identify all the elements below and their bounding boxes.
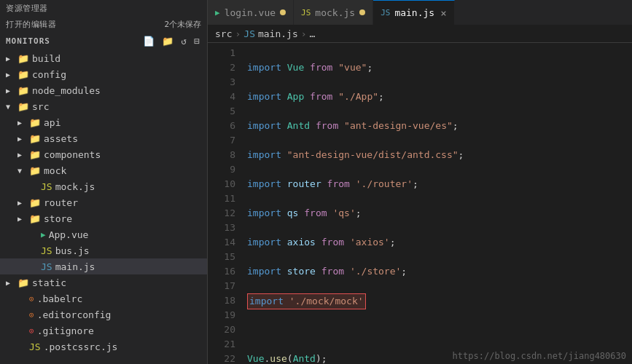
tab-dirty-dot xyxy=(359,9,365,15)
arrow-icon: ▶ xyxy=(17,119,29,127)
git-icon: ⊙ xyxy=(29,326,34,336)
arrow-icon: ▶ xyxy=(17,151,29,159)
line-numbers: 1234 5678 9101112 13141516 17181920 2122… xyxy=(208,43,241,364)
tree-item-postcssrc[interactable]: ▶ JS .postcssrc.js xyxy=(0,339,207,355)
arrow-icon: ▶ xyxy=(17,215,29,223)
tree-item-gitignore[interactable]: ▶ ⊙ .gitignore xyxy=(0,323,207,339)
js-blue-tab-icon: JS xyxy=(381,8,390,17)
tree-item-assets[interactable]: ▶ 📁 assets xyxy=(0,130,207,146)
breadcrumb-src: src xyxy=(215,28,232,39)
breadcrumb-sep: › xyxy=(235,28,241,39)
tab-label: main.js xyxy=(394,7,434,18)
breadcrumb-file: main.js xyxy=(258,28,298,39)
collapse-icon[interactable]: ⊟ xyxy=(192,35,201,47)
tree-item-main-js[interactable]: ▶ JS main.js xyxy=(0,258,207,274)
editor-content: 1234 5678 9101112 13141516 17181920 2122… xyxy=(208,43,632,364)
tree-label: assets xyxy=(44,133,78,144)
sidebar: 资源管理器 打开的编辑器 2个未保存 MONITORS 📄 📁 ↺ ⊟ ▶ 📁 … xyxy=(0,0,208,364)
folder-icon: 📁 xyxy=(17,101,29,112)
folder-icon: 📁 xyxy=(29,149,41,160)
tree-label: src xyxy=(32,101,49,112)
refresh-icon[interactable]: ↺ xyxy=(179,35,188,47)
folder-icon: 📁 xyxy=(29,165,41,176)
tree-label: .postcssrc.js xyxy=(44,341,118,352)
tree-label: store xyxy=(44,213,72,224)
breadcrumb: src › JS main.js › … xyxy=(208,25,632,43)
folder-icon: 📁 xyxy=(17,69,29,80)
tree-label: App.vue xyxy=(49,229,89,240)
editor-area: ▶ login.vue JS mock.js JS main.js × src … xyxy=(208,0,632,364)
sidebar-title: 资源管理器 xyxy=(0,0,207,17)
tree-item-babelrc[interactable]: ▶ ⊙ .babelrc xyxy=(0,290,207,306)
breadcrumb-sep2: › xyxy=(301,28,307,39)
tree-label: mock.js xyxy=(55,181,95,192)
tab-label: mock.js xyxy=(315,7,355,18)
js-tab-icon: JS xyxy=(301,8,311,17)
tree-item-static[interactable]: ▶ 📁 static xyxy=(0,274,207,290)
monitors-icons: 📄 📁 ↺ ⊟ xyxy=(141,35,201,47)
tree-item-src[interactable]: ▼ 📁 src xyxy=(0,98,207,114)
tree-item-store[interactable]: ▶ 📁 store xyxy=(0,210,207,226)
tree-item-node-modules[interactable]: ▶ 📁 node_modules xyxy=(0,82,207,98)
code-area[interactable]: import Vue from "vue"; import App from "… xyxy=(241,43,632,364)
vue-tab-icon: ▶ xyxy=(215,8,220,17)
arrow-icon: ▶ xyxy=(6,71,17,79)
monitors-header: MONITORS 📄 📁 ↺ ⊟ xyxy=(0,32,207,50)
breadcrumb-ellipsis: … xyxy=(310,28,316,39)
arrow-icon: ▶ xyxy=(17,135,29,143)
new-file-icon[interactable]: 📄 xyxy=(141,35,156,47)
tree-item-build[interactable]: ▶ 📁 build xyxy=(0,50,207,66)
folder-icon: 📁 xyxy=(29,133,41,144)
new-folder-icon[interactable]: 📁 xyxy=(160,35,175,47)
tree-item-mock-js[interactable]: ▶ JS mock.js xyxy=(0,178,207,194)
arrow-icon: ▶ xyxy=(17,199,29,207)
tree-label: .editorconfig xyxy=(37,309,112,320)
tree-label: node_modules xyxy=(32,85,101,96)
folder-icon: 📁 xyxy=(29,197,41,208)
folder-icon: 📁 xyxy=(17,277,29,288)
dot-icon: ⊙ xyxy=(29,294,34,304)
tree-label: components xyxy=(44,149,101,160)
tree-label: mock xyxy=(44,165,66,176)
js-icon: JS xyxy=(41,181,52,192)
tree-label: api xyxy=(44,117,61,128)
tab-login-vue[interactable]: ▶ login.vue xyxy=(208,0,294,25)
folder-icon: 📁 xyxy=(29,213,41,224)
js-blue-icon: JS xyxy=(41,261,52,272)
tree-label: config xyxy=(32,69,66,80)
arrow-icon: ▶ xyxy=(6,87,17,95)
tree-label: .babelrc xyxy=(37,293,83,304)
unsaved-badge: 2个未保存 xyxy=(164,19,201,30)
tab-bar: ▶ login.vue JS mock.js JS main.js × xyxy=(208,0,632,25)
tree-label: main.js xyxy=(55,261,95,272)
vue-icon: ▶ xyxy=(41,230,46,240)
tree-item-router[interactable]: ▶ 📁 router xyxy=(0,194,207,210)
folder-icon: 📁 xyxy=(17,85,29,96)
tab-dirty-dot xyxy=(280,9,286,15)
arrow-icon: ▼ xyxy=(17,167,29,175)
arrow-icon: ▼ xyxy=(6,103,17,111)
tree-label: build xyxy=(32,53,61,64)
folder-icon: 📁 xyxy=(29,117,41,128)
tree-label: .gitignore xyxy=(37,325,94,336)
tree-label: bus.js xyxy=(55,245,90,256)
tree-item-editorconfig[interactable]: ▶ ⊙ .editorconfig xyxy=(0,306,207,323)
tab-label: login.vue xyxy=(225,7,276,18)
arrow-icon: ▶ xyxy=(6,55,17,63)
tab-mock-js[interactable]: JS mock.js xyxy=(294,0,373,25)
file-tree: ▶ 📁 build ▶ 📁 config ▶ 📁 node_modules ▼ … xyxy=(0,50,207,364)
tree-item-api[interactable]: ▶ 📁 api xyxy=(0,114,207,130)
tab-main-js[interactable]: JS main.js × xyxy=(373,0,454,25)
arrow-icon: ▶ xyxy=(6,279,17,287)
open-editors-header: 打开的编辑器 2个未保存 xyxy=(0,17,207,32)
tree-item-bus-js[interactable]: ▶ JS bus.js xyxy=(0,242,207,258)
monitors-label: MONITORS xyxy=(6,36,50,46)
tree-item-config[interactable]: ▶ 📁 config xyxy=(0,66,207,82)
tree-label: router xyxy=(44,197,78,208)
tree-item-mock[interactable]: ▼ 📁 mock xyxy=(0,162,207,178)
tab-close-button[interactable]: × xyxy=(440,7,446,19)
tree-item-components[interactable]: ▶ 📁 components xyxy=(0,146,207,162)
js-icon: JS xyxy=(41,245,52,256)
tree-item-app-vue[interactable]: ▶ ▶ App.vue xyxy=(0,226,207,242)
folder-icon: 📁 xyxy=(17,53,29,64)
